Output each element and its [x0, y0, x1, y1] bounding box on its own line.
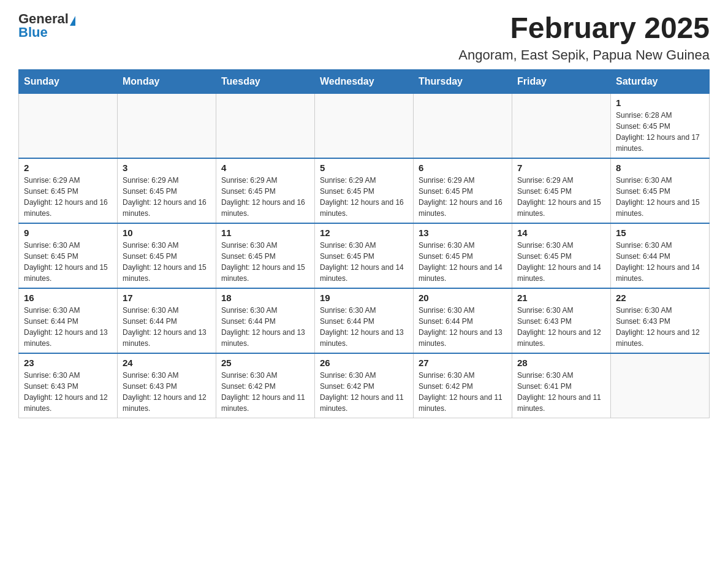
- table-row: 24Sunrise: 6:30 AMSunset: 6:43 PMDayligh…: [118, 353, 216, 418]
- header-thursday: Thursday: [414, 69, 512, 93]
- day-info: Sunrise: 6:30 AMSunset: 6:44 PMDaylight:…: [221, 305, 309, 349]
- table-row: 15Sunrise: 6:30 AMSunset: 6:44 PMDayligh…: [611, 223, 710, 288]
- day-info: Sunrise: 6:30 AMSunset: 6:45 PMDaylight:…: [517, 240, 605, 284]
- day-number: 20: [419, 293, 507, 303]
- table-row: 5Sunrise: 6:29 AMSunset: 6:45 PMDaylight…: [315, 158, 414, 223]
- header-tuesday: Tuesday: [216, 69, 315, 93]
- header-friday: Friday: [512, 69, 611, 93]
- table-row: 10Sunrise: 6:30 AMSunset: 6:45 PMDayligh…: [118, 223, 216, 288]
- calendar-subtitle: Angoram, East Sepik, Papua New Guinea: [458, 47, 710, 63]
- table-row: 7Sunrise: 6:29 AMSunset: 6:45 PMDaylight…: [512, 158, 611, 223]
- table-row: 4Sunrise: 6:29 AMSunset: 6:45 PMDaylight…: [216, 158, 315, 223]
- calendar-week-row: 16Sunrise: 6:30 AMSunset: 6:44 PMDayligh…: [19, 288, 710, 353]
- day-number: 3: [123, 163, 211, 173]
- day-number: 1: [616, 98, 704, 108]
- day-number: 23: [24, 358, 112, 368]
- calendar-week-row: 2Sunrise: 6:29 AMSunset: 6:45 PMDaylight…: [19, 158, 710, 223]
- day-number: 10: [123, 228, 211, 238]
- day-info: Sunrise: 6:30 AMSunset: 6:44 PMDaylight:…: [419, 305, 507, 349]
- table-row: 22Sunrise: 6:30 AMSunset: 6:43 PMDayligh…: [611, 288, 710, 353]
- day-number: 16: [24, 293, 112, 303]
- day-number: 21: [517, 293, 605, 303]
- day-info: Sunrise: 6:30 AMSunset: 6:45 PMDaylight:…: [221, 240, 309, 284]
- table-row: 25Sunrise: 6:30 AMSunset: 6:42 PMDayligh…: [216, 353, 315, 418]
- day-number: 7: [517, 163, 605, 173]
- day-number: 14: [517, 228, 605, 238]
- table-row: 1Sunrise: 6:28 AMSunset: 6:45 PMDaylight…: [611, 93, 710, 158]
- logo-general-line: General: [18, 12, 75, 26]
- day-number: 27: [419, 358, 507, 368]
- day-info: Sunrise: 6:30 AMSunset: 6:45 PMDaylight:…: [24, 240, 112, 284]
- header-saturday: Saturday: [611, 69, 710, 93]
- day-info: Sunrise: 6:30 AMSunset: 6:44 PMDaylight:…: [320, 305, 408, 349]
- day-info: Sunrise: 6:30 AMSunset: 6:43 PMDaylight:…: [517, 305, 605, 349]
- table-row: 3Sunrise: 6:29 AMSunset: 6:45 PMDaylight…: [118, 158, 216, 223]
- day-number: 25: [221, 358, 309, 368]
- table-row: 11Sunrise: 6:30 AMSunset: 6:45 PMDayligh…: [216, 223, 315, 288]
- header: General Blue February 2025 Angoram, East…: [18, 12, 710, 63]
- calendar-week-row: 23Sunrise: 6:30 AMSunset: 6:43 PMDayligh…: [19, 353, 710, 418]
- table-row: [611, 353, 710, 418]
- day-info: Sunrise: 6:29 AMSunset: 6:45 PMDaylight:…: [24, 175, 112, 219]
- day-info: Sunrise: 6:30 AMSunset: 6:42 PMDaylight:…: [419, 370, 507, 414]
- day-info: Sunrise: 6:30 AMSunset: 6:45 PMDaylight:…: [320, 240, 408, 284]
- table-row: 8Sunrise: 6:30 AMSunset: 6:45 PMDaylight…: [611, 158, 710, 223]
- table-row: 23Sunrise: 6:30 AMSunset: 6:43 PMDayligh…: [19, 353, 118, 418]
- day-number: 11: [221, 228, 309, 238]
- day-number: 6: [419, 163, 507, 173]
- day-info: Sunrise: 6:29 AMSunset: 6:45 PMDaylight:…: [123, 175, 211, 219]
- logo-triangle-icon: [70, 16, 75, 26]
- day-info: Sunrise: 6:30 AMSunset: 6:45 PMDaylight:…: [419, 240, 507, 284]
- table-row: 17Sunrise: 6:30 AMSunset: 6:44 PMDayligh…: [118, 288, 216, 353]
- table-row: 27Sunrise: 6:30 AMSunset: 6:42 PMDayligh…: [414, 353, 512, 418]
- day-number: 24: [123, 358, 211, 368]
- table-row: 20Sunrise: 6:30 AMSunset: 6:44 PMDayligh…: [414, 288, 512, 353]
- day-info: Sunrise: 6:29 AMSunset: 6:45 PMDaylight:…: [419, 175, 507, 219]
- header-wednesday: Wednesday: [315, 69, 414, 93]
- day-number: 5: [320, 163, 408, 173]
- day-number: 12: [320, 228, 408, 238]
- table-row: 28Sunrise: 6:30 AMSunset: 6:41 PMDayligh…: [512, 353, 611, 418]
- table-row: 26Sunrise: 6:30 AMSunset: 6:42 PMDayligh…: [315, 353, 414, 418]
- table-row: [216, 93, 315, 158]
- logo-blue-line: Blue: [18, 26, 48, 39]
- day-info: Sunrise: 6:30 AMSunset: 6:43 PMDaylight:…: [123, 370, 211, 414]
- day-info: Sunrise: 6:30 AMSunset: 6:43 PMDaylight:…: [24, 370, 112, 414]
- day-number: 2: [24, 163, 112, 173]
- table-row: 9Sunrise: 6:30 AMSunset: 6:45 PMDaylight…: [19, 223, 118, 288]
- table-row: 19Sunrise: 6:30 AMSunset: 6:44 PMDayligh…: [315, 288, 414, 353]
- table-row: 21Sunrise: 6:30 AMSunset: 6:43 PMDayligh…: [512, 288, 611, 353]
- title-area: February 2025 Angoram, East Sepik, Papua…: [458, 12, 710, 63]
- table-row: 14Sunrise: 6:30 AMSunset: 6:45 PMDayligh…: [512, 223, 611, 288]
- weekday-header-row: Sunday Monday Tuesday Wednesday Thursday…: [19, 69, 710, 93]
- table-row: 2Sunrise: 6:29 AMSunset: 6:45 PMDaylight…: [19, 158, 118, 223]
- day-number: 13: [419, 228, 507, 238]
- table-row: 18Sunrise: 6:30 AMSunset: 6:44 PMDayligh…: [216, 288, 315, 353]
- day-info: Sunrise: 6:29 AMSunset: 6:45 PMDaylight:…: [517, 175, 605, 219]
- header-sunday: Sunday: [19, 69, 118, 93]
- table-row: [512, 93, 611, 158]
- table-row: 13Sunrise: 6:30 AMSunset: 6:45 PMDayligh…: [414, 223, 512, 288]
- day-number: 26: [320, 358, 408, 368]
- day-info: Sunrise: 6:30 AMSunset: 6:42 PMDaylight:…: [320, 370, 408, 414]
- table-row: [118, 93, 216, 158]
- day-number: 17: [123, 293, 211, 303]
- day-info: Sunrise: 6:30 AMSunset: 6:44 PMDaylight:…: [123, 305, 211, 349]
- day-number: 18: [221, 293, 309, 303]
- day-number: 22: [616, 293, 704, 303]
- day-info: Sunrise: 6:30 AMSunset: 6:42 PMDaylight:…: [221, 370, 309, 414]
- day-number: 4: [221, 163, 309, 173]
- day-number: 15: [616, 228, 704, 238]
- calendar-week-row: 9Sunrise: 6:30 AMSunset: 6:45 PMDaylight…: [19, 223, 710, 288]
- logo: General Blue: [18, 12, 75, 39]
- header-monday: Monday: [118, 69, 216, 93]
- table-row: [315, 93, 414, 158]
- day-info: Sunrise: 6:30 AMSunset: 6:41 PMDaylight:…: [517, 370, 605, 414]
- day-number: 8: [616, 163, 704, 173]
- calendar-week-row: 1Sunrise: 6:28 AMSunset: 6:45 PMDaylight…: [19, 93, 710, 158]
- day-info: Sunrise: 6:30 AMSunset: 6:44 PMDaylight:…: [24, 305, 112, 349]
- day-info: Sunrise: 6:30 AMSunset: 6:45 PMDaylight:…: [616, 175, 704, 219]
- day-info: Sunrise: 6:30 AMSunset: 6:45 PMDaylight:…: [123, 240, 211, 284]
- table-row: [414, 93, 512, 158]
- table-row: [19, 93, 118, 158]
